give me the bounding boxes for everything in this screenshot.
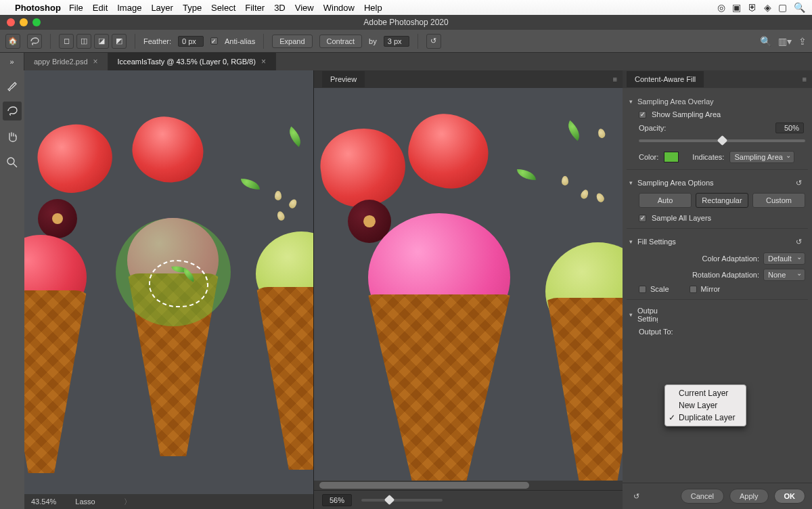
hand-tool-icon[interactable] [3,127,22,146]
feather-input[interactable]: 0 px [178,36,204,47]
menu-help[interactable]: Help [364,3,382,13]
section-fill-settings[interactable]: ▾ Fill Settings ↺ [629,233,805,250]
reset-icon[interactable]: ↺ [426,34,441,49]
menu-filter[interactable]: Filter [245,3,265,13]
popup-item-current-layer[interactable]: Current Layer [665,387,746,399]
shield-icon[interactable]: ⛨ [748,2,757,13]
sample-all-checkbox[interactable] [639,215,646,222]
new-selection-icon[interactable]: ◻ [59,34,74,49]
document-tab-active[interactable]: IcceamIsTasty @ 43.5% (Layer 0, RGB/8) × [108,53,276,70]
mode-auto-button[interactable]: Auto [639,193,692,208]
window-icon[interactable]: ▢ [778,2,787,13]
by-input[interactable]: 3 px [384,36,409,47]
color-adapt-dropdown[interactable]: Default [763,252,805,265]
app-name[interactable]: Photoshop [15,3,61,13]
window-zoom-button[interactable] [32,18,41,26]
show-sampling-checkbox[interactable] [639,111,646,118]
tab-close-icon[interactable]: × [261,57,266,66]
brush-tool-icon[interactable] [3,76,22,95]
mirror-checkbox[interactable] [690,286,697,293]
reset-all-icon[interactable]: ↺ [629,490,643,502]
scale-checkbox[interactable] [639,286,646,293]
add-selection-icon[interactable]: ◫ [76,34,91,49]
reset-fill-icon[interactable]: ↺ [792,236,805,248]
sample-all-label: Sample All Layers [652,214,711,222]
window-minimize-button[interactable] [20,18,28,26]
menu-file[interactable]: File [69,3,83,13]
overlay-color-swatch[interactable] [664,152,679,162]
svg-point-0 [7,158,14,164]
subtract-selection-icon[interactable]: ◪ [94,34,109,49]
preview-zoom-bar: 56% [314,490,623,509]
mirror-label: Mirror [701,285,721,293]
cc-icon[interactable]: ◎ [717,2,725,13]
content-aware-fill-panel: Content-Aware Fill ≡ ▾ Sampling Area Ove… [623,70,812,509]
status-arrow-icon[interactable]: 〉 [124,497,131,507]
preview-zoom-input[interactable]: 56% [322,494,352,506]
reset-sampling-icon[interactable]: ↺ [792,177,805,189]
tabs-overflow-icon[interactable]: » [0,53,24,70]
tab-close-icon[interactable]: × [93,57,98,66]
search-icon[interactable]: 🔍 [760,36,771,47]
diamond-icon[interactable]: ◈ [764,2,771,13]
color-label: Color: [639,153,658,161]
antialias-checkbox[interactable] [210,37,218,45]
lasso-tool-icon[interactable] [3,102,22,120]
menu-layer[interactable]: Layer [151,3,173,13]
preview-zoom-slider[interactable] [361,499,443,502]
opacity-slider[interactable] [639,139,805,142]
share-icon[interactable]: ⇪ [798,36,807,47]
window-title: Adobe Photoshop 2020 [363,18,448,27]
caf-title: Content-Aware Fill [627,71,704,87]
mac-menubar: Photoshop File Edit Image Layer Type Sel… [0,0,812,15]
source-canvas-panel: 43.54% Lasso 〉 [24,70,314,509]
panel-menu-icon[interactable]: ≡ [613,75,617,83]
antialias-label: Anti-alias [225,37,255,45]
apply-button[interactable]: Apply [729,489,769,504]
mode-rect-button[interactable]: Rectangular [696,193,748,208]
window-close-button[interactable] [7,18,15,26]
preview-h-scrollbar[interactable] [314,481,623,490]
preview-canvas[interactable] [314,88,623,481]
arrange-icon[interactable]: ▥▾ [778,36,792,47]
rot-adapt-dropdown[interactable]: None [763,269,805,281]
document-tabs: » appy Bride2.psd × IcceamIsTasty @ 43.5… [0,53,812,70]
contract-button[interactable]: Contract [319,35,363,48]
menu-3d[interactable]: 3D [274,3,286,13]
indicates-dropdown[interactable]: Sampling Area [729,151,794,163]
section-sampling-options[interactable]: ▾ Sampling Area Options ↺ [629,174,805,192]
bridge-icon[interactable]: ▣ [732,2,741,13]
show-sampling-label: Show Sampling Area [652,110,721,118]
opacity-label: Opacity: [639,124,666,132]
intersect-selection-icon[interactable]: ◩ [112,34,127,49]
popup-item-new-layer[interactable]: New Layer [665,399,746,412]
popup-item-duplicate-layer[interactable]: Duplicate Layer [665,412,746,424]
opacity-input[interactable]: 50% [775,123,804,133]
section-sampling-overlay[interactable]: ▾ Sampling Area Overlay [629,95,805,108]
expand-button[interactable]: Expand [272,35,312,48]
menu-edit[interactable]: Edit [93,3,108,13]
rot-adapt-label: Rotation Adaptation: [692,271,759,279]
mode-custom-button[interactable]: Custom [752,193,805,208]
zoom-tool-icon[interactable] [3,153,22,172]
menu-view[interactable]: View [295,3,314,13]
zoom-readout[interactable]: 43.54% [31,497,56,506]
ok-button[interactable]: OK [774,489,806,504]
search-icon[interactable]: 🔍 [794,2,805,13]
chevron-down-icon: ▾ [629,238,633,245]
cancel-button[interactable]: Cancel [681,489,724,504]
panel-menu-icon[interactable]: ≡ [803,75,807,83]
menu-select[interactable]: Select [211,3,235,13]
source-canvas[interactable] [24,70,313,494]
home-icon[interactable]: 🏠 [5,34,20,49]
color-adapt-label: Color Adaptation: [702,255,759,263]
document-tab-inactive[interactable]: appy Bride2.psd × [24,53,108,70]
options-bar: 🏠 ◻ ◫ ◪ ◩ Feather: 0 px Anti-alias Expan… [0,30,812,53]
menu-type[interactable]: Type [183,3,202,13]
section-output-settings[interactable]: ▾ Output Settings [629,304,805,326]
caf-body: ▾ Sampling Area Overlay Show Sampling Ar… [623,88,812,483]
tool-strip [0,70,24,509]
tool-lasso-icon[interactable] [27,34,42,49]
menu-window[interactable]: Window [323,3,355,13]
menu-image[interactable]: Image [117,3,141,13]
